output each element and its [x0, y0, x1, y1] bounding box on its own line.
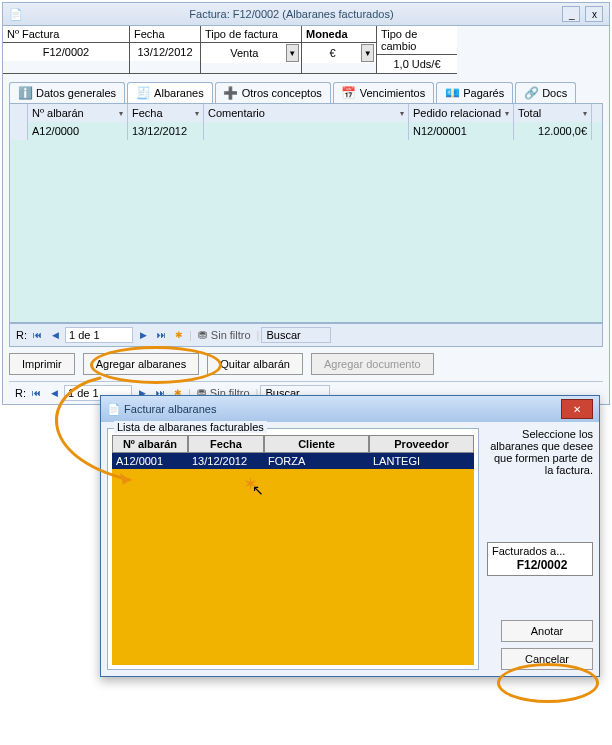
first-record-button[interactable]: ⏮	[28, 385, 44, 401]
facturados-field[interactable]	[492, 557, 592, 573]
invoice-window: 📄 Factura: F12/0002 (Albaranes facturado…	[2, 2, 610, 405]
docs-icon: 🔗	[524, 86, 538, 100]
grid-header: Nº albarán▾ Fecha▾ Comentario▾ Pedido re…	[10, 104, 602, 122]
plus-icon: ➕	[224, 86, 238, 100]
moneda-field[interactable]	[304, 45, 361, 61]
first-record-button[interactable]: ⏮	[29, 327, 45, 343]
tab-datos-generales[interactable]: ℹ️ Datos generales	[9, 82, 125, 103]
dialog-grid-header: Nº albarán Fecha Cliente Proveedor	[112, 435, 474, 453]
dialog-grid-body[interactable]: A12/0001 13/12/2012 FORZA LANTEGI	[112, 453, 474, 665]
tab-docs[interactable]: 🔗 Docs	[515, 82, 576, 103]
col-fecha-label[interactable]: Fecha	[132, 107, 163, 119]
cell-comentario	[204, 122, 409, 140]
close-button[interactable]: x	[585, 6, 603, 22]
col-nalbaran-label[interactable]: Nº albarán	[32, 107, 84, 119]
agregar-albaranes-button[interactable]: Agregar albaranes	[83, 353, 200, 375]
agregar-documento-button: Agregar documento	[311, 353, 434, 375]
lista-albaranes-groupbox: Lista de albaranes facturables Nº albará…	[107, 428, 479, 670]
fecha-label: Fecha	[130, 26, 200, 43]
table-row[interactable]: A12/0000 13/12/2012 N12/00001 12.000,0€	[10, 122, 602, 140]
col-pedido-label[interactable]: Pedido relacionad	[413, 107, 501, 119]
moneda-label: Moneda	[302, 26, 376, 43]
dlg-cell-fecha: 13/12/2012	[188, 453, 264, 469]
cambio-label: Tipo de cambio	[377, 26, 457, 55]
tabstrip: ℹ️ Datos generales 🧾 Albaranes ➕ Otros c…	[9, 82, 603, 103]
dlg-cell-prov: LANTEGI	[369, 453, 474, 469]
last-record-button[interactable]: ⏭	[153, 327, 169, 343]
money-icon: 💶	[445, 86, 459, 100]
quitar-albaran-button[interactable]: Quitar albarán	[207, 353, 303, 375]
tab-pag-label: Pagarés	[463, 87, 504, 99]
tab-otros-label: Otros conceptos	[242, 87, 322, 99]
form-icon: 📄	[107, 403, 121, 415]
tab-otros-conceptos[interactable]: ➕ Otros conceptos	[215, 82, 331, 103]
albaranes-icon: 🧾	[136, 86, 150, 100]
dlg-cell-nalb: A12/0001	[112, 453, 188, 469]
moneda-dropdown-icon[interactable]: ▼	[361, 44, 374, 62]
tipo-dropdown-icon[interactable]: ▼	[286, 44, 299, 62]
col-comentario-label[interactable]: Comentario	[208, 107, 265, 119]
nfactura-label: Nº Factura	[3, 26, 129, 43]
info-icon: ℹ️	[18, 86, 32, 100]
dlg-col-nalb[interactable]: Nº albarán	[112, 435, 188, 453]
dialog-row-selected[interactable]: A12/0001 13/12/2012 FORZA LANTEGI	[112, 453, 474, 469]
form-icon: 📄	[9, 8, 23, 21]
cell-nalb: A12/0000	[28, 122, 128, 140]
sort-icon[interactable]: ▾	[119, 109, 123, 118]
calendar-icon: 📅	[342, 86, 356, 100]
facturados-box: Facturados a...	[487, 542, 593, 576]
dialog-title: Facturar albaranes	[124, 403, 216, 415]
filter-label[interactable]: Sin filtro	[211, 329, 251, 341]
minimize-button[interactable]: _	[562, 6, 580, 22]
cell-total: 12.000,0€	[514, 122, 592, 140]
cell-fecha: 13/12/2012	[128, 122, 204, 140]
dialog-titlebar: 📄 Facturar albaranes ✕	[101, 396, 599, 422]
cell-pedido: N12/00001	[409, 122, 514, 140]
imprimir-button[interactable]: Imprimir	[9, 353, 75, 375]
anotar-button[interactable]: Anotar	[501, 620, 593, 642]
grid-body[interactable]: A12/0000 13/12/2012 N12/00001 12.000,0€	[10, 122, 602, 322]
recnav-label: R:	[15, 387, 26, 399]
sort-icon[interactable]: ▾	[583, 109, 587, 118]
next-record-button[interactable]: ▶	[135, 327, 151, 343]
record-navigator: R: ⏮ ◀ ▶ ⏭ ✱ | ⛃ Sin filtro | Buscar	[9, 323, 603, 347]
tab-vencimientos[interactable]: 📅 Vencimientos	[333, 82, 434, 103]
nfactura-field[interactable]	[5, 44, 127, 60]
tab-albaranes[interactable]: 🧾 Albaranes	[127, 82, 213, 103]
dialog-hint-text: Seleccione los albaranes que desee que f…	[487, 428, 593, 476]
tipo-label: Tipo de factura	[201, 26, 301, 43]
filter-icon[interactable]: ⛃	[198, 329, 207, 342]
sort-icon[interactable]: ▾	[400, 109, 404, 118]
albaranes-grid: Nº albarán▾ Fecha▾ Comentario▾ Pedido re…	[9, 103, 603, 323]
groupbox-title: Lista de albaranes facturables	[114, 421, 267, 433]
dlg-col-proveedor[interactable]: Proveedor	[369, 435, 474, 453]
tipo-field[interactable]	[203, 45, 286, 61]
cancelar-button[interactable]: Cancelar	[501, 648, 593, 670]
dlg-col-cliente[interactable]: Cliente	[264, 435, 369, 453]
fecha-field[interactable]	[132, 44, 198, 60]
window-title: Factura: F12/0002 (Albaranes facturados)	[189, 8, 393, 20]
facturados-label: Facturados a...	[492, 545, 588, 557]
sort-icon[interactable]: ▾	[505, 109, 509, 118]
cambio-field[interactable]	[379, 56, 455, 72]
sort-icon[interactable]: ▾	[195, 109, 199, 118]
prev-record-button[interactable]: ◀	[46, 385, 62, 401]
tab-datos-label: Datos generales	[36, 87, 116, 99]
tab-venc-label: Vencimientos	[360, 87, 425, 99]
new-record-button[interactable]: ✱	[171, 327, 187, 343]
tab-pagares[interactable]: 💶 Pagarés	[436, 82, 513, 103]
action-bar: Imprimir Agregar albaranes Quitar albará…	[9, 353, 603, 375]
record-position-field[interactable]	[65, 327, 133, 343]
prev-record-button[interactable]: ◀	[47, 327, 63, 343]
dialog-close-button[interactable]: ✕	[561, 399, 593, 419]
search-input[interactable]: Buscar	[261, 327, 331, 343]
tab-docs-label: Docs	[542, 87, 567, 99]
col-total-label[interactable]: Total	[518, 107, 541, 119]
recnav-label: R:	[16, 329, 27, 341]
dlg-cell-cliente: FORZA	[264, 453, 369, 469]
titlebar: 📄 Factura: F12/0002 (Albaranes facturado…	[3, 3, 609, 25]
header-form: Nº Factura Fecha Tipo de factura ▼ Moned…	[3, 25, 609, 74]
facturar-albaranes-dialog: 📄 Facturar albaranes ✕ Lista de albarane…	[100, 395, 600, 677]
tab-alb-label: Albaranes	[154, 87, 204, 99]
dlg-col-fecha[interactable]: Fecha	[188, 435, 264, 453]
